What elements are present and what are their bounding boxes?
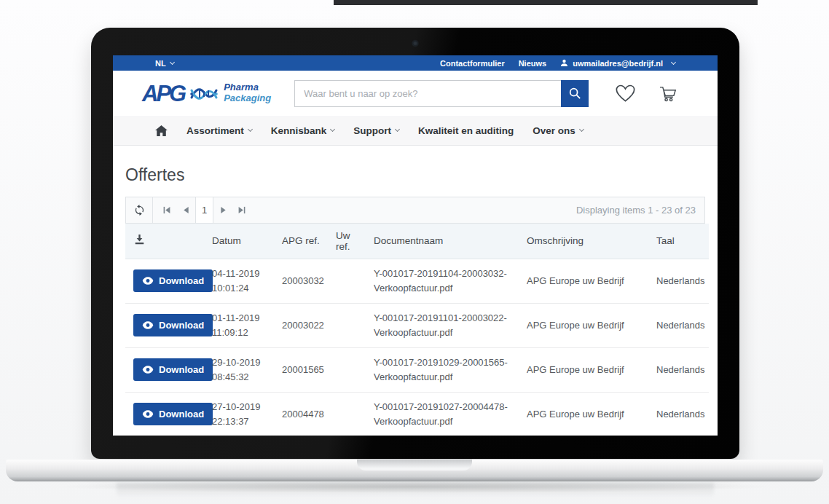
doc-time: 22:13:37 [212, 414, 273, 429]
chevron-down-icon [330, 127, 335, 132]
doc-description: APG Europe uw Bedrijf [522, 392, 652, 436]
nav-label: Kwaliteit en auditing [418, 125, 514, 136]
user-account-menu[interactable]: uwmailadres@bedrijf.nl [560, 59, 675, 68]
pager-prev-button[interactable] [176, 197, 195, 223]
pager-next-button[interactable] [213, 197, 232, 223]
table-row: Download 04-11-201910:01:24 20003032 Y-0… [125, 259, 709, 303]
documents-table: Datum APG ref. Uw ref. Documentnaam Omsc… [125, 224, 709, 436]
laptop-reflection [117, 483, 714, 502]
logo[interactable]: APG Pharma Packaging [142, 82, 271, 105]
pager-last-button[interactable] [232, 197, 251, 223]
topbar-link-nieuws[interactable]: Nieuws [519, 59, 547, 68]
doc-time: 11:09:12 [212, 326, 273, 340]
doc-language: Nederlands [652, 259, 709, 303]
laptop-bezel: NL Contactformulier Nieuws uwmailadres@b… [91, 28, 739, 459]
pager-current-page[interactable]: 1 [195, 197, 213, 223]
pager-first-button[interactable] [157, 197, 176, 223]
doc-date: 29-10-2019 [212, 355, 273, 370]
doc-date: 01-11-2019 [212, 311, 273, 326]
pager-first-icon [162, 206, 171, 214]
col-header-taal: Taal [652, 224, 709, 259]
doc-apg-ref: 20001565 [278, 347, 331, 392]
doc-language: Nederlands [652, 392, 709, 436]
page-title: Offertes [125, 165, 705, 185]
nav-item-support[interactable]: Support [353, 125, 399, 136]
logo-packaging-text: Packaging [224, 93, 271, 104]
chevron-down-icon [579, 127, 584, 132]
table-row: Download 29-10-201908:45:32 20001565 Y-0… [125, 347, 709, 392]
download-label: Download [159, 409, 204, 420]
download-label: Download [159, 320, 204, 331]
pager-prev-icon [182, 206, 190, 214]
doc-name: Y-001017-20191029-20001565-Verkoopfactuu… [369, 347, 522, 392]
table-header-row: Datum APG ref. Uw ref. Documentnaam Omsc… [125, 224, 709, 259]
chevron-down-icon [395, 127, 400, 132]
chevron-down-icon [248, 127, 253, 132]
nav-item-kwaliteit-en-auditing[interactable]: Kwaliteit en auditing [418, 125, 514, 136]
download-button[interactable]: Download [133, 314, 213, 336]
search-input[interactable] [294, 80, 561, 107]
doc-time: 08:45:32 [212, 370, 273, 385]
search-button[interactable] [561, 80, 589, 107]
pager: 1 [157, 197, 251, 223]
doc-description: APG Europe uw Bedrijf [522, 259, 652, 303]
doc-language: Nederlands [652, 347, 709, 392]
nav-label: Over ons [533, 125, 575, 136]
table-row: Download 27-10-201922:13:37 20004478 Y-0… [125, 392, 709, 436]
download-button[interactable]: Download [133, 358, 213, 381]
download-label: Download [159, 275, 204, 286]
refresh-button[interactable] [126, 197, 153, 223]
col-header-omschrijving: Omschrijving [522, 224, 652, 259]
nav-item-home[interactable] [155, 125, 168, 136]
nav-label: Assortiment [186, 125, 244, 136]
doc-time: 10:01:24 [212, 281, 273, 296]
doc-uw-ref [331, 259, 369, 303]
user-email: uwmailadres@bedrijf.nl [573, 59, 663, 68]
main-nav: Assortiment Kennisbank Support Kwaliteit… [113, 116, 718, 146]
topbar-link-contactformulier[interactable]: Contactformulier [440, 59, 505, 68]
language-selector[interactable]: NL [155, 59, 174, 68]
laptop-base [6, 460, 823, 481]
cart-button[interactable] [659, 85, 677, 102]
refresh-icon [134, 205, 145, 216]
doc-apg-ref: 20004478 [278, 392, 331, 436]
eye-icon [142, 366, 154, 374]
doc-uw-ref [331, 347, 369, 392]
nav-item-over-ons[interactable]: Over ons [533, 125, 584, 136]
doc-name: Y-001017-20191027-20004478-Verkoopfactuu… [369, 392, 522, 436]
doc-apg-ref: 20003022 [278, 303, 331, 347]
eye-icon [142, 410, 154, 418]
nav-label: Kennisbank [271, 125, 327, 136]
eye-icon [142, 321, 154, 329]
doc-apg-ref: 20003032 [278, 259, 331, 303]
webcam-icon [413, 41, 418, 46]
home-icon [155, 125, 168, 136]
download-button[interactable]: Download [133, 403, 213, 425]
user-icon [560, 59, 568, 67]
doc-language: Nederlands [652, 303, 709, 347]
logo-pharma-text: Pharma [224, 82, 271, 93]
download-column-icon [134, 235, 145, 245]
search-bar [294, 80, 589, 107]
paging-status: Displaying items 1 - 23 of 23 [576, 205, 704, 216]
laptop-notch [357, 460, 472, 470]
laptop-screen: NL Contactformulier Nieuws uwmailadres@b… [113, 55, 718, 436]
mockup-photo-edge [334, 0, 758, 5]
nav-item-assortiment[interactable]: Assortiment [186, 125, 252, 136]
doc-name: Y-001017-20191101-20003022-Verkoopfactuu… [369, 303, 522, 347]
language-label: NL [155, 59, 166, 68]
wishlist-button[interactable] [616, 84, 635, 103]
table-row: Download 01-11-201911:09:12 20003022 Y-0… [125, 303, 709, 347]
doc-description: APG Europe uw Bedrijf [522, 347, 652, 392]
col-header-apg-ref: APG ref. [278, 224, 331, 259]
pager-last-icon [237, 206, 246, 214]
dna-helix-icon [189, 82, 219, 104]
nav-item-kennisbank[interactable]: Kennisbank [271, 125, 335, 136]
doc-uw-ref [331, 392, 369, 436]
logo-apg-text: APG [142, 82, 184, 105]
search-icon [568, 87, 581, 100]
download-button[interactable]: Download [133, 269, 213, 292]
cart-icon [659, 85, 677, 102]
col-header-uw-ref: Uw ref. [331, 224, 369, 259]
eye-icon [142, 277, 154, 285]
